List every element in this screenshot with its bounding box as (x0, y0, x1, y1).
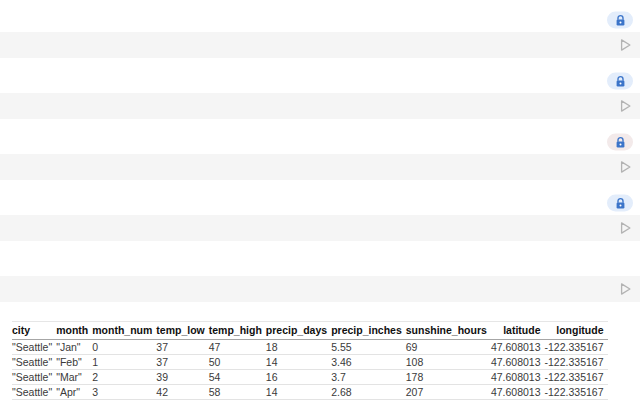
cell-sunshine-hours: 207 (406, 385, 491, 400)
import-editor-printtable[interactable]: import {printTable} from "@uwdata/data-u… (0, 93, 640, 119)
cell-sunshine-hours: 69 (406, 340, 491, 355)
cell-precip-inches: 3.7 (331, 370, 406, 385)
lock-icon[interactable] (607, 73, 633, 90)
cell-month: "Jan" (56, 340, 92, 355)
column-header-latitude: latitude (491, 322, 545, 340)
cell-group-import-render: import {render} from "@vega/vega-lite-ap… (0, 8, 640, 58)
notebook: import {render} from "@vega/vega-lite-ap… (0, 0, 640, 400)
lock-icon[interactable] (607, 134, 633, 151)
cell-precip-inches: 5.55 (331, 340, 406, 355)
cell-month-num: 2 (92, 370, 156, 385)
cell-precip-inches: 3.46 (331, 355, 406, 370)
cell-month: "Mar" (56, 370, 92, 385)
cell-longitude: -122.335167 (545, 370, 608, 385)
import-editor-data[interactable]: import {data} from '@uwcse-datavis/hours… (0, 215, 640, 241)
cell-precip-inches: 2.68 (331, 385, 406, 400)
mydata-editor[interactable]: myData = FileAttachment("city-weather.js… (0, 276, 640, 302)
column-header-month: month (56, 322, 92, 340)
lock-icon[interactable] (607, 12, 633, 29)
cell-precip-days: 16 (266, 370, 331, 385)
cell-temp-low: 42 (156, 385, 208, 400)
import-output-printtable: import {printTable} from "@uwdata/data-u… (0, 69, 640, 93)
cell-sunshine-hours: 178 (406, 370, 491, 385)
cell-group-import-data: import {data} from "@uwcse-datavis/hours… (0, 191, 640, 241)
cell-latitude: 47.608013 (491, 340, 545, 355)
table-header-row: city month month_num temp_low temp_high … (12, 322, 608, 340)
cell-month-num: 1 (92, 355, 156, 370)
column-header-month-num: month_num (92, 322, 156, 340)
run-cell-play-icon[interactable] (617, 98, 633, 114)
import-editor-render[interactable]: import {render} from "@vega/vega-lite-ap… (0, 32, 640, 58)
cell-city: "Seattle" (12, 370, 56, 385)
column-header-longitude: longitude (545, 322, 608, 340)
cell-temp-high: 58 (209, 385, 266, 400)
cell-temp-high: 47 (209, 340, 266, 355)
table-row: "Seattle" "Apr" 3 42 58 14 2.68 207 47.6… (12, 385, 608, 400)
run-cell-play-icon[interactable] (617, 37, 633, 53)
cell-temp-low: 39 (156, 370, 208, 385)
cell-temp-high: 54 (209, 370, 266, 385)
cell-temp-low: 37 (156, 340, 208, 355)
import-output-vl: import {vl} from "@vega/vega-lite-api-v5… (0, 130, 640, 154)
cell-longitude: -122.335167 (545, 355, 608, 370)
cell-city: "Seattle" (12, 355, 56, 370)
column-header-temp-low: temp_low (156, 322, 208, 340)
cell-city: "Seattle" (12, 340, 56, 355)
cell-city: "Seattle" (12, 385, 56, 400)
column-header-precip-days: precip_days (266, 322, 331, 340)
lock-icon[interactable] (607, 195, 633, 212)
run-cell-play-icon[interactable] (617, 281, 633, 297)
run-cell-play-icon[interactable] (617, 159, 633, 175)
cell-month-num: 0 (92, 340, 156, 355)
cell-precip-days: 14 (266, 385, 331, 400)
import-output-render: import {render} from "@vega/vega-lite-ap… (0, 8, 640, 32)
cell-month: "Feb" (56, 355, 92, 370)
column-header-city: city (12, 322, 56, 340)
column-header-precip-inches: precip_inches (331, 322, 406, 340)
cell-sunshine-hours: 108 (406, 355, 491, 370)
cell-precip-days: 14 (266, 355, 331, 370)
cell-temp-low: 37 (156, 355, 208, 370)
run-cell-play-icon[interactable] (617, 220, 633, 236)
cell-month: "Apr" (56, 385, 92, 400)
column-header-sunshine-hours: sunshine_hours (406, 322, 491, 340)
column-header-temp-high: temp_high (209, 322, 266, 340)
cell-group-import-printtable: import {printTable} from "@uwdata/data-u… (0, 69, 640, 119)
table-row: "Seattle" "Mar" 2 39 54 16 3.7 178 47.60… (12, 370, 608, 385)
weather-table: city month month_num temp_low temp_high … (12, 321, 608, 400)
mydata-output: myData = ▸ Array(72) [Object, Object, Ob… (0, 252, 640, 276)
cell-temp-high: 50 (209, 355, 266, 370)
cell-longitude: -122.335167 (545, 385, 608, 400)
cell-group-import-vl: import {vl} from "@vega/vega-lite-api-v5… (0, 130, 640, 180)
cell-precip-days: 18 (266, 340, 331, 355)
cell-month-num: 3 (92, 385, 156, 400)
cell-latitude: 47.608013 (491, 370, 545, 385)
cell-longitude: -122.335167 (545, 340, 608, 355)
cell-latitude: 47.608013 (491, 385, 545, 400)
table-row: "Seattle" "Jan" 0 37 47 18 5.55 69 47.60… (12, 340, 608, 355)
import-editor-vl[interactable]: import {vl} from "@vega/vega-lite-api-v5… (0, 154, 640, 180)
import-output-data: import {data} from "@uwcse-datavis/hours… (0, 191, 640, 215)
table-row: "Seattle" "Feb" 1 37 50 14 3.46 108 47.6… (12, 355, 608, 370)
cell-group-mydata: myData = ▸ Array(72) [Object, Object, Ob… (0, 252, 640, 302)
cell-latitude: 47.608013 (491, 355, 545, 370)
